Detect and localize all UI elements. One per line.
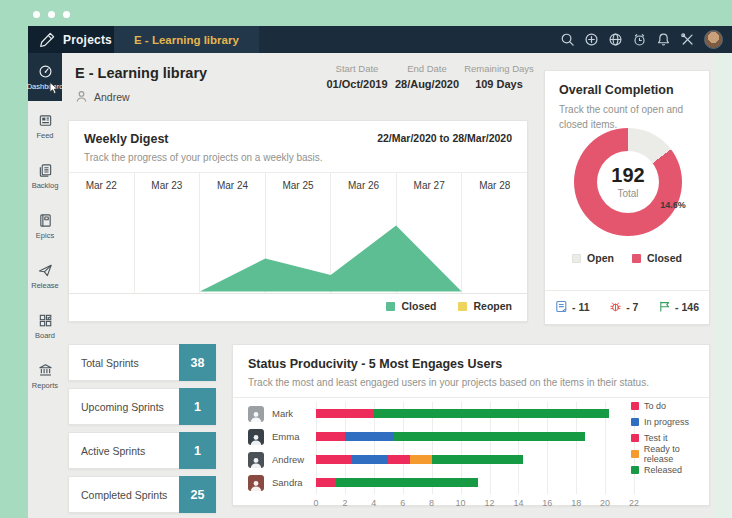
legend-item-in-progress[interactable]: In progress <box>631 414 709 430</box>
bar-segment-to-do <box>316 478 336 487</box>
bell-icon[interactable] <box>656 32 671 47</box>
legend-label: Ready to release <box>644 444 709 464</box>
tools-icon[interactable] <box>680 32 695 47</box>
mouse-cursor <box>49 82 60 95</box>
legend-item-closed[interactable]: Closed <box>386 300 436 312</box>
user-label-row: Sandra <box>248 471 316 494</box>
legend-item-released[interactable]: Released <box>631 462 709 478</box>
sprint-card-active-sprints[interactable]: Active Sprints1 <box>68 432 216 469</box>
backlog-icon <box>38 163 53 178</box>
legend-item-closed[interactable]: Closed <box>632 252 682 264</box>
alarm-icon[interactable] <box>632 32 647 47</box>
legend-label: To do <box>644 401 666 411</box>
productivity-subtitle: Track the most and least engaged users i… <box>233 371 709 398</box>
x-tick-label: 20 <box>600 498 610 508</box>
legend-swatch <box>631 418 639 426</box>
person-icon <box>75 90 88 103</box>
legend-swatch <box>631 466 639 474</box>
weekly-date-range: 22/Mar/2020 to 28/Mar/2020 <box>377 132 512 146</box>
top-navbar: Projects E - Learning library <box>28 26 732 53</box>
dashboard-icon <box>38 64 53 79</box>
bug-counter[interactable]: - 7 <box>609 300 638 313</box>
milestone-flag-icon <box>658 300 671 313</box>
bar-row-andrew <box>316 448 634 471</box>
bar-segment-released <box>374 409 610 418</box>
window-controls[interactable] <box>33 11 70 18</box>
sidebar-item-reports[interactable]: Reports <box>28 351 62 401</box>
bar-row-emma <box>316 425 634 448</box>
status-productivity-card: Status Producivity - 5 Most Engages User… <box>232 344 710 506</box>
brand-section[interactable]: Projects <box>28 26 114 53</box>
bar-segment-ready-to-release <box>410 455 432 464</box>
stacked-bar <box>316 432 585 441</box>
bar-segment-in-progress <box>345 432 394 441</box>
item-counters: - 11 - 7 - 146 <box>545 290 709 313</box>
sidebar-item-backlog[interactable]: Backlog <box>28 151 62 201</box>
user-avatar-sandra <box>248 475 264 491</box>
total-label: Total <box>617 188 638 199</box>
bar-segment-released <box>394 432 585 441</box>
app-name[interactable]: Projects <box>63 33 112 47</box>
legend-item-reopen[interactable]: Reopen <box>458 300 512 312</box>
x-tick-label: 18 <box>571 498 581 508</box>
meta-end-date: End Date 28/Aug/2020 <box>395 63 459 90</box>
meta-start-date: Start Date 01/Oct/2019 <box>326 63 387 90</box>
user-name: Andrew <box>272 454 304 465</box>
x-axis: 0246810121416182022 <box>316 498 634 510</box>
x-tick-label: 22 <box>629 498 639 508</box>
sidebar-item-dashboard[interactable]: Dashboard <box>28 53 62 101</box>
weekly-digest-card: Weekly Digest 22/Mar/2020 to 28/Mar/2020… <box>68 120 528 322</box>
globe-icon[interactable] <box>608 32 623 47</box>
user-avatar-mark <box>248 406 264 422</box>
productivity-legend: To doIn progressTest itReady to releaseR… <box>631 398 709 478</box>
legend-label: Test it <box>644 433 668 443</box>
legend-swatch <box>631 434 639 442</box>
add-icon[interactable] <box>584 32 599 47</box>
weekly-digest-title: Weekly Digest <box>84 132 169 146</box>
legend-label: Open <box>587 252 614 264</box>
sidebar-item-board[interactable]: Board <box>28 301 62 351</box>
user-avatar[interactable] <box>704 30 723 49</box>
productivity-bar-chart: MarkEmmaAndrewSandra <box>248 402 634 494</box>
sprint-card-upcoming-sprints[interactable]: Upcoming Sprints1 <box>68 388 216 425</box>
sprint-card-completed-sprints[interactable]: Completed Sprints25 <box>68 476 216 513</box>
completion-donut-chart: 192 Total 14.6% 85.4% <box>574 128 682 236</box>
project-owner: Andrew <box>75 90 130 103</box>
window-dot[interactable] <box>48 11 55 18</box>
bar-segment-to-do <box>316 409 374 418</box>
milestone-counter[interactable]: - 146 <box>658 300 699 313</box>
legend-swatch <box>386 302 395 311</box>
user-name: Emma <box>272 431 299 442</box>
total-count: 192 <box>611 165 644 185</box>
donut-center: 192 Total <box>597 151 659 213</box>
legend-swatch <box>632 254 641 263</box>
sidebar-item-feed[interactable]: Feed <box>28 101 62 151</box>
search-icon[interactable] <box>560 32 575 47</box>
legend-swatch <box>631 402 639 410</box>
legend-item-ready-to-release[interactable]: Ready to release <box>631 446 709 462</box>
sprint-count: 25 <box>179 476 216 513</box>
sprint-count: 1 <box>179 432 216 469</box>
sprint-label: Upcoming Sprints <box>69 401 179 413</box>
sprint-count: 38 <box>179 344 216 381</box>
window-dot[interactable] <box>63 11 70 18</box>
legend-item-open[interactable]: Open <box>572 252 614 264</box>
closed-area-series <box>69 171 527 293</box>
sprint-count: 1 <box>179 388 216 425</box>
sidebar-item-release[interactable]: Release <box>28 251 62 301</box>
epics-icon <box>38 213 53 228</box>
feed-icon <box>38 113 53 128</box>
completion-legend: OpenClosed <box>545 252 709 264</box>
sprint-label: Active Sprints <box>69 445 179 457</box>
window-dot[interactable] <box>33 11 40 18</box>
sidebar-item-label: Feed <box>36 131 53 140</box>
stacked-bar <box>316 478 478 487</box>
legend-swatch <box>631 450 639 458</box>
weekly-legend: ClosedReopen <box>386 300 512 312</box>
sidebar-item-epics[interactable]: Epics <box>28 201 62 251</box>
project-tab[interactable]: E - Learning library <box>114 26 259 53</box>
sprint-card-total-sprints[interactable]: Total Sprints38 <box>68 344 216 381</box>
legend-item-to-do[interactable]: To do <box>631 398 709 414</box>
stacked-bar <box>316 409 609 418</box>
task-counter[interactable]: - 11 <box>555 300 590 313</box>
